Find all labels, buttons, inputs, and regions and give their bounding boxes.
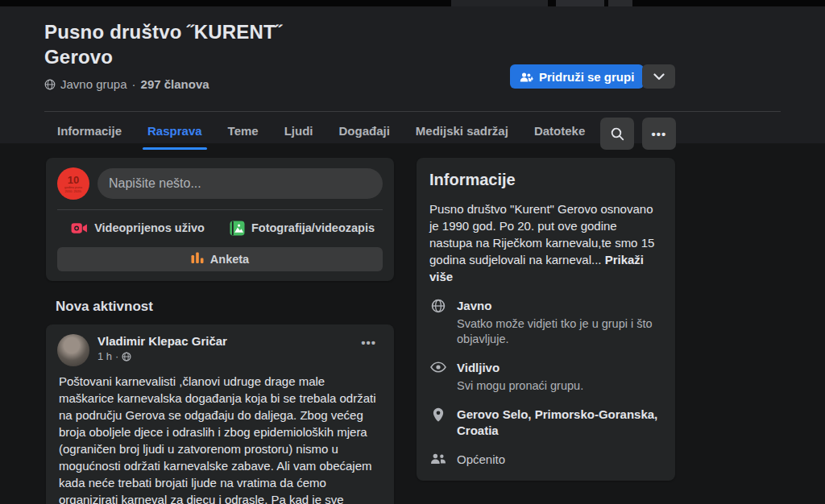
- search-button[interactable]: [600, 118, 634, 150]
- about-item-title: Vidljivo: [457, 360, 583, 376]
- tab-informacije[interactable]: Informacije: [44, 112, 135, 150]
- about-card: Informacije Pusno društvo "Kurent" Gerov…: [417, 158, 675, 481]
- post-author-name[interactable]: Vladimir Klepac Gričar: [97, 334, 356, 348]
- about-sidebar: Informacije Pusno društvo "Kurent" Gerov…: [417, 158, 675, 481]
- about-item-subtitle: Svatko može vidjeti tko je u grupi i što…: [457, 316, 662, 347]
- globe-icon: [429, 298, 447, 347]
- about-item-privacy: Javno Svatko može vidjeti tko je u grupi…: [429, 298, 662, 347]
- avatar-badge-years: 2010. 2020.: [64, 190, 81, 193]
- cover-photo-fragment: [608, 0, 632, 6]
- globe-icon: [122, 352, 131, 361]
- tab-rasprava[interactable]: Rasprava: [135, 112, 215, 150]
- globe-icon: [44, 79, 56, 90]
- post-time-separator: ·: [115, 350, 118, 362]
- main-feed-column: 10 godina puna 2010. 2020. Napišite nešt…: [46, 158, 394, 504]
- people-icon: [429, 452, 447, 468]
- group-title-line1: Pusno društvo ˝KURENT˝: [44, 19, 282, 44]
- avatar-badge-text: godina puna: [64, 186, 82, 189]
- eye-icon: [429, 360, 447, 394]
- join-group-icon: [520, 71, 533, 83]
- group-options-dropdown-button[interactable]: [642, 64, 675, 89]
- post-timestamp[interactable]: 1 h ·: [97, 350, 356, 362]
- post-time-value: 1 h: [97, 350, 112, 362]
- poll-icon: [191, 252, 204, 266]
- tab-datoteke[interactable]: Datoteke: [521, 112, 598, 150]
- cover-photo-fragment: [451, 0, 548, 6]
- post-card: Vladimir Klepac Gričar 1 h · ••• Poštova…: [46, 324, 394, 504]
- group-more-button[interactable]: •••: [642, 118, 676, 150]
- group-header: Pusno društvo ˝KURENT˝ Gerovo Javno grup…: [0, 6, 825, 143]
- tab-dogadaji[interactable]: Događaji: [325, 112, 402, 150]
- feed-section-title: Nova aktivnost: [56, 299, 386, 315]
- tab-teme[interactable]: Teme: [215, 112, 272, 150]
- tab-medijski-sadrzaj[interactable]: Medijski sadržaj: [403, 112, 521, 150]
- poll-button[interactable]: Anketa: [57, 247, 383, 271]
- post-author-avatar[interactable]: [57, 334, 89, 366]
- post-header: Vladimir Klepac Gričar 1 h · •••: [46, 324, 394, 371]
- about-item-title: Javno: [457, 298, 662, 314]
- live-video-button[interactable]: Videoprijenos uživo: [56, 210, 220, 246]
- about-item-subtitle: Svi mogu pronaći grupu.: [457, 378, 583, 394]
- poll-label: Anketa: [210, 253, 249, 266]
- about-item-location: Gerovo Selo, Primorsko-Goranska, Croatia: [429, 407, 662, 439]
- about-item-title: Gerovo Selo, Primorsko-Goranska, Croatia: [457, 407, 662, 439]
- cover-photo-fragment: [556, 0, 604, 6]
- search-icon: [611, 127, 624, 141]
- composer-input[interactable]: Napišite nešto...: [97, 168, 383, 199]
- avatar[interactable]: 10 godina puna 2010. 2020.: [57, 167, 89, 200]
- about-description: Pusno društvo "Kurent" Gerovo osnovano j…: [429, 200, 662, 285]
- page-title: Pusno društvo ˝KURENT˝ Gerovo: [44, 19, 282, 69]
- live-video-label: Videoprijenos uživo: [94, 221, 205, 234]
- composer-placeholder: Napišite nešto...: [109, 176, 201, 191]
- group-member-count[interactable]: 297 članova: [141, 77, 209, 91]
- tab-ljudi[interactable]: Ljudi: [272, 112, 326, 150]
- post-more-button[interactable]: •••: [356, 334, 381, 351]
- cover-photo-edge: [0, 0, 825, 6]
- join-group-label: Pridruži se grupi: [539, 70, 634, 84]
- live-video-icon: [71, 221, 88, 235]
- about-title: Informacije: [429, 171, 662, 189]
- pin-icon: [429, 407, 447, 439]
- photo-video-icon: [230, 221, 245, 236]
- post-composer: 10 godina puna 2010. 2020. Napišite nešt…: [46, 158, 394, 281]
- join-group-button[interactable]: Pridruži se grupi: [510, 64, 644, 89]
- post-body-text: Poštovani karnevalisti ,članovi udruge d…: [46, 371, 394, 504]
- chevron-down-icon: [653, 73, 665, 81]
- meta-separator: ·: [132, 77, 136, 91]
- about-item-general: Općenito: [429, 452, 662, 468]
- photo-video-label: Fotografija/videozapis: [251, 221, 375, 234]
- about-item-visibility: Vidljivo Svi mogu pronaći grupu.: [429, 360, 662, 394]
- group-privacy: Javno grupa: [60, 77, 127, 91]
- group-title-line2: Gerovo: [44, 44, 282, 69]
- photo-video-button[interactable]: Fotografija/videozapis: [220, 210, 384, 246]
- about-item-title: Općenito: [457, 452, 505, 468]
- avatar-badge-number: 10: [68, 175, 79, 185]
- group-tab-bar: Informacije Rasprava Teme Ljudi Događaji…: [44, 112, 598, 150]
- ellipsis-icon: •••: [652, 127, 667, 141]
- group-meta: Javno grupa · 297 članova: [44, 77, 209, 91]
